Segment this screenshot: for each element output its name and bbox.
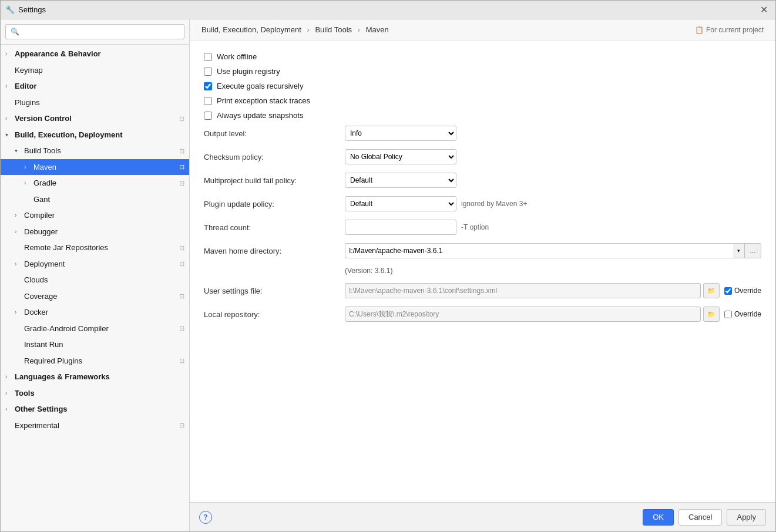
- sidebar-item-deployment[interactable]: ›Deployment⊡: [1, 256, 189, 272]
- checkbox-use-plugin: Use plugin registry: [204, 67, 761, 76]
- sidebar-item-gradle[interactable]: ›Gradle⊡: [1, 175, 189, 191]
- sidebar-item-compiler[interactable]: ›Compiler: [1, 207, 189, 224]
- sidebar-item-build-tools[interactable]: ▾Build Tools⊡: [1, 143, 189, 159]
- chevron-icon: ›: [5, 389, 12, 398]
- sidebar-item-tools[interactable]: ›Tools: [1, 385, 189, 402]
- sidebar-item-label: Version Control: [15, 113, 177, 124]
- help-button[interactable]: ?: [199, 511, 212, 524]
- user-settings-override-checkbox[interactable]: [724, 287, 732, 295]
- sidebar-item-coverage[interactable]: Coverage⊡: [1, 288, 189, 305]
- local-repo-control: 📁 Override: [345, 307, 761, 322]
- sidebar-item-editor[interactable]: ›Editor: [1, 78, 189, 95]
- sidebar-item-keymap[interactable]: Keymap: [1, 62, 189, 79]
- sidebar-item-label: Gradle-Android Compiler: [24, 323, 177, 335]
- maven-home-select[interactable]: I:/Maven/apache-maven-3.6.1: [345, 243, 733, 258]
- search-box: [1, 19, 189, 45]
- sidebar-item-remote-jar[interactable]: Remote Jar Repositories⊡: [1, 240, 189, 256]
- user-settings-browse[interactable]: 📁: [703, 283, 720, 298]
- maven-home-dropdown-btn[interactable]: ▾: [733, 243, 745, 258]
- user-settings-label: User settings file:: [204, 287, 345, 295]
- local-repo-override: Override: [724, 310, 761, 318]
- chevron-icon: ›: [24, 179, 31, 187]
- close-button[interactable]: ✕: [757, 3, 771, 17]
- sidebar-item-experimental[interactable]: Experimental⊡: [1, 417, 189, 434]
- sidebar-item-other-settings[interactable]: ›Other Settings: [1, 401, 189, 417]
- breadcrumb-part3: Maven: [366, 25, 389, 34]
- sidebar-item-build-exec-deploy[interactable]: ▾Build, Execution, Deployment: [1, 127, 189, 143]
- sidebar-item-label: Gradle: [33, 177, 177, 189]
- copy-icon: ⊡: [179, 324, 184, 334]
- sidebar-item-label: Docker: [24, 307, 184, 318]
- print-exception-checkbox[interactable]: [204, 97, 212, 105]
- cancel-button[interactable]: Cancel: [678, 509, 722, 526]
- sidebar-item-label: Appearance & Behavior: [15, 48, 184, 60]
- apply-button[interactable]: Apply: [727, 509, 766, 526]
- maven-home-browse-btn[interactable]: …: [745, 243, 761, 258]
- output-level-select[interactable]: Info Debug Warn Error: [345, 126, 456, 141]
- sidebar-item-gant[interactable]: Gant: [1, 191, 189, 208]
- thread-count-control: -T option: [345, 220, 761, 235]
- checkbox-always-update: Always update snapshots: [204, 111, 761, 120]
- for-current-project: 📋 For current project: [695, 26, 764, 34]
- plugin-update-row: Plugin update policy: Default Always Nev…: [204, 196, 761, 211]
- bottom-right: OK Cancel Apply: [643, 509, 766, 526]
- copy-icon: ⊡: [179, 259, 184, 269]
- copy-icon: ⊡: [179, 243, 184, 253]
- plugin-update-select[interactable]: Default Always Never: [345, 196, 456, 211]
- search-input[interactable]: [5, 24, 184, 39]
- sidebar-item-appearance[interactable]: ›Appearance & Behavior: [1, 46, 189, 62]
- multiproject-policy-row: Multiproject build fail policy: Default …: [204, 173, 761, 188]
- output-level-label: Output level:: [204, 129, 345, 138]
- ok-button[interactable]: OK: [643, 509, 674, 526]
- output-level-row: Output level: Info Debug Warn Error: [204, 126, 761, 141]
- user-settings-input[interactable]: [345, 283, 701, 298]
- maven-home-row: Maven home directory: I:/Maven/apache-ma…: [204, 243, 761, 258]
- copy-icon: ⊡: [179, 291, 184, 301]
- copy-icon: ⊡: [179, 179, 184, 188]
- multiproject-policy-select[interactable]: Default At End Never Always: [345, 173, 456, 188]
- sidebar-item-gradle-android[interactable]: Gradle-Android Compiler⊡: [1, 321, 189, 337]
- local-repo-row: Local repository: 📁 Override: [204, 307, 761, 322]
- app-icon: 🔧: [5, 5, 15, 15]
- sidebar-item-debugger[interactable]: ›Debugger: [1, 224, 189, 240]
- maven-home-control: I:/Maven/apache-maven-3.6.1 ▾ …: [345, 243, 761, 258]
- bottom-left: ?: [199, 511, 212, 524]
- sidebar-item-label: Coverage: [24, 291, 177, 302]
- work-offline-checkbox[interactable]: [204, 53, 212, 61]
- plugin-update-label: Plugin update policy:: [204, 200, 345, 208]
- version-note: (Version: 3.6.1): [345, 267, 761, 275]
- user-settings-override-label: Override: [734, 287, 761, 295]
- sidebar-item-languages[interactable]: ›Languages & Frameworks: [1, 369, 189, 385]
- sidebar-item-label: Debugger: [24, 226, 184, 238]
- chevron-icon: ›: [15, 260, 22, 268]
- local-repo-input[interactable]: [345, 307, 701, 322]
- thread-count-hint: -T option: [461, 223, 489, 231]
- copy-icon: ⊡: [179, 114, 184, 124]
- local-repo-browse[interactable]: 📁: [703, 307, 720, 322]
- settings-window: 🔧 Settings ✕ ›Appearance & BehaviorKeyma…: [0, 0, 776, 532]
- execute-goals-checkbox[interactable]: [204, 82, 212, 90]
- sidebar-item-instant-run[interactable]: Instant Run: [1, 336, 189, 353]
- sidebar-item-version-control[interactable]: ›Version Control⊡: [1, 110, 189, 127]
- sidebar-item-label: Experimental: [15, 420, 177, 432]
- sidebar-item-maven[interactable]: ›Maven⊡: [1, 159, 189, 176]
- plugin-update-control: Default Always Never ignored by Maven 3+: [345, 196, 761, 211]
- thread-count-input[interactable]: [345, 220, 456, 235]
- use-plugin-label: Use plugin registry: [217, 67, 280, 76]
- always-update-label: Always update snapshots: [217, 111, 303, 120]
- use-plugin-checkbox[interactable]: [204, 68, 212, 76]
- breadcrumb-part2: Build Tools: [315, 25, 352, 34]
- sidebar-item-clouds[interactable]: Clouds: [1, 272, 189, 288]
- always-update-checkbox[interactable]: [204, 112, 212, 120]
- sidebar-item-label: Build, Execution, Deployment: [15, 129, 184, 141]
- breadcrumb-bar: Build, Execution, Deployment › Build Too…: [190, 19, 775, 41]
- breadcrumb-part1: Build, Execution, Deployment: [201, 25, 301, 34]
- sidebar-item-docker[interactable]: ›Docker: [1, 304, 189, 321]
- copy-icon: ⊡: [179, 162, 184, 172]
- local-repo-override-checkbox[interactable]: [724, 311, 732, 318]
- checkbox-print-exception: Print exception stack traces: [204, 96, 761, 105]
- sidebar-item-required-plugins[interactable]: Required Plugins⊡: [1, 353, 189, 369]
- sidebar-item-plugins[interactable]: Plugins: [1, 95, 189, 111]
- checksum-policy-select[interactable]: No Global Policy Fail Warn Ignore: [345, 149, 456, 164]
- chevron-icon: ›: [5, 82, 12, 90]
